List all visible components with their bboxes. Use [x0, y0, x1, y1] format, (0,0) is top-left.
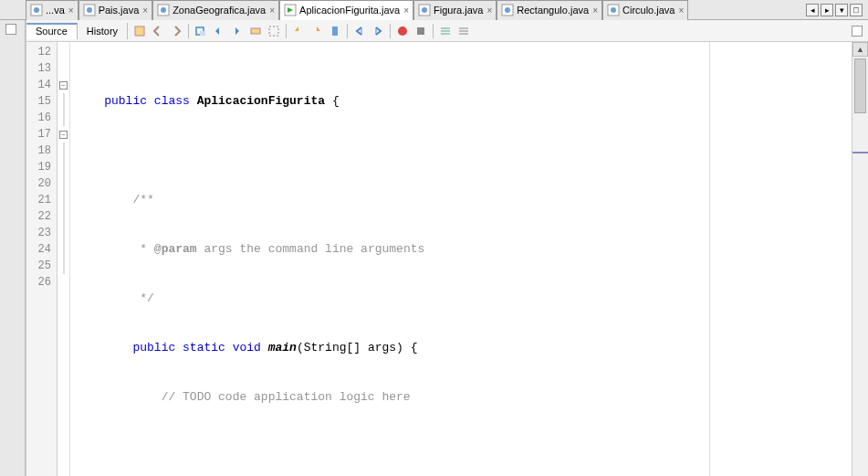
svg-point-5 [161, 7, 166, 13]
fold-toggle[interactable]: − [58, 77, 69, 93]
prev-bookmark-icon[interactable] [290, 23, 307, 39]
toggle-rect-select-icon[interactable] [266, 23, 282, 39]
file-tab-label: ...va [46, 5, 65, 16]
file-tab-label: Circulo.java [622, 5, 675, 16]
file-tab-label: Pais.java [99, 5, 140, 16]
toolbar-separator [347, 24, 348, 38]
svg-rect-16 [251, 28, 260, 34]
svg-point-3 [87, 7, 92, 13]
start-macro-icon[interactable] [394, 23, 411, 39]
toolbar-separator [188, 24, 189, 38]
toolbar-separator [433, 24, 434, 38]
last-edit-icon[interactable] [131, 23, 148, 39]
java-main-icon [284, 4, 297, 16]
file-tab-label: Figura.java [434, 5, 483, 16]
java-class-icon [607, 4, 620, 16]
toolbar-separator [390, 24, 391, 38]
comment-icon[interactable] [437, 23, 454, 39]
back-icon[interactable] [150, 23, 166, 39]
file-tab[interactable]: ...va× [26, 0, 78, 20]
svg-rect-18 [332, 26, 338, 36]
file-tab[interactable]: Rectangulo.java× [497, 0, 602, 20]
maximize-editor-button[interactable]: □ [850, 4, 863, 16]
uncomment-icon[interactable] [455, 23, 472, 39]
svg-point-1 [34, 7, 39, 13]
java-class-icon [83, 4, 96, 16]
fold-toggle[interactable]: − [58, 126, 69, 143]
shift-right-icon[interactable] [370, 23, 386, 39]
editor-toolbar: Source History [26, 20, 868, 42]
close-tab-icon[interactable]: × [269, 5, 275, 16]
shift-left-icon[interactable] [351, 23, 368, 39]
stop-macro-icon[interactable] [413, 23, 429, 39]
svg-rect-13 [135, 26, 144, 36]
forward-icon[interactable] [168, 23, 184, 39]
java-class-icon [30, 4, 43, 16]
fold-gutter[interactable]: −− [58, 42, 70, 476]
file-tab[interactable]: Circulo.java× [602, 0, 688, 20]
find-selection-icon[interactable] [193, 23, 209, 39]
history-view-tab[interactable]: History [78, 23, 128, 39]
next-bookmark-icon[interactable] [309, 23, 325, 39]
close-tab-icon[interactable]: × [403, 5, 409, 16]
close-tab-icon[interactable]: × [486, 5, 492, 16]
tab-scroll-right-button[interactable]: ▸ [821, 4, 833, 16]
tab-scroll-left-button[interactable]: ◂ [806, 4, 819, 16]
code-content[interactable]: public class AplicacionFigurita { /** * … [70, 42, 852, 476]
left-dock-gutter [0, 0, 26, 476]
file-tab[interactable]: ZonaGeografica.java× [152, 0, 279, 20]
java-class-icon [501, 4, 514, 16]
error-strip-mark[interactable] [852, 152, 868, 153]
close-tab-icon[interactable]: × [678, 5, 684, 16]
java-class-icon [418, 4, 431, 16]
source-view-tab[interactable]: Source [26, 23, 78, 39]
tabs-right-controls: ◂ ▸ ▾ □ [806, 4, 868, 16]
svg-rect-22 [417, 27, 424, 35]
close-tab-icon[interactable]: × [142, 5, 148, 16]
java-class-icon [157, 4, 170, 16]
code-editor[interactable]: 121314151617181920212223242526 −− public… [26, 42, 868, 476]
right-margin-line [709, 42, 710, 476]
svg-point-21 [398, 26, 407, 36]
svg-point-8 [422, 7, 427, 13]
file-tab-label: Rectangulo.java [517, 5, 589, 16]
file-tab[interactable]: Pais.java× [78, 0, 152, 20]
svg-rect-17 [269, 26, 278, 36]
svg-point-12 [611, 7, 616, 13]
scroll-up-arrow[interactable]: ▲ [852, 42, 868, 57]
close-tab-icon[interactable]: × [68, 5, 74, 16]
scroll-thumb[interactable] [854, 58, 866, 113]
line-number-gutter: 121314151617181920212223242526 [26, 42, 58, 476]
file-tab[interactable]: Figura.java× [413, 0, 497, 20]
svg-point-10 [505, 7, 510, 13]
toggle-bookmark-icon[interactable] [327, 23, 343, 39]
vertical-scrollbar[interactable]: ▲ ▼ [852, 42, 868, 476]
toggle-highlight-icon[interactable] [247, 23, 264, 39]
file-tab-label: AplicacionFigurita.java [299, 5, 400, 16]
close-tab-icon[interactable]: × [592, 5, 598, 16]
find-next-icon[interactable] [229, 23, 246, 39]
file-tab-label: ZonaGeografica.java [173, 5, 266, 16]
file-tabs-bar: ...va×Pais.java×ZonaGeografica.java×Apli… [0, 0, 868, 20]
find-prev-icon[interactable] [211, 23, 227, 39]
editor-options-button[interactable] [852, 26, 863, 37]
toolbar-separator [286, 24, 287, 38]
file-tab[interactable]: AplicacionFigurita.java× [279, 0, 413, 20]
svg-rect-15 [200, 31, 205, 36]
tab-dropdown-button[interactable]: ▾ [835, 4, 848, 16]
